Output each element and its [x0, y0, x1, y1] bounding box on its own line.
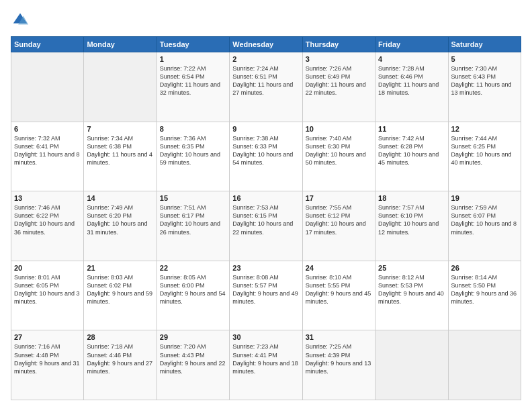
- day-info: Sunrise: 7:23 AMSunset: 4:41 PMDaylight:…: [232, 342, 299, 375]
- day-number: 18: [378, 194, 445, 202]
- calendar-week-row: 1Sunrise: 7:22 AMSunset: 6:54 PMDaylight…: [11, 52, 521, 122]
- calendar-cell: 18Sunrise: 7:57 AMSunset: 6:10 PMDayligh…: [375, 191, 448, 261]
- calendar-cell: [84, 52, 157, 122]
- calendar-cell: 5Sunrise: 7:30 AMSunset: 6:43 PMDaylight…: [448, 52, 521, 122]
- day-info: Sunrise: 7:20 AMSunset: 4:43 PMDaylight:…: [160, 342, 226, 375]
- calendar-cell: [375, 330, 448, 400]
- calendar-cell: 7Sunrise: 7:34 AMSunset: 6:38 PMDaylight…: [84, 122, 157, 191]
- calendar-cell: 15Sunrise: 7:51 AMSunset: 6:17 PMDayligh…: [157, 191, 229, 261]
- calendar: SundayMondayTuesdayWednesdayThursdayFrid…: [11, 36, 521, 400]
- day-number: 28: [87, 333, 153, 341]
- day-number: 2: [232, 55, 299, 63]
- day-number: 11: [378, 125, 445, 133]
- day-number: 7: [87, 125, 153, 133]
- day-info: Sunrise: 8:10 AMSunset: 5:55 PMDaylight:…: [306, 273, 372, 306]
- day-info: Sunrise: 7:22 AMSunset: 6:54 PMDaylight:…: [160, 64, 226, 97]
- calendar-header: SundayMondayTuesdayWednesdayThursdayFrid…: [11, 37, 521, 52]
- logo-icon: [11, 11, 30, 30]
- calendar-week-row: 13Sunrise: 7:46 AMSunset: 6:22 PMDayligh…: [11, 191, 521, 261]
- weekday-header: Tuesday: [157, 37, 229, 52]
- day-number: 20: [14, 264, 81, 272]
- day-number: 30: [232, 333, 299, 341]
- calendar-cell: 21Sunrise: 8:03 AMSunset: 6:02 PMDayligh…: [84, 261, 157, 330]
- day-info: Sunrise: 8:01 AMSunset: 6:05 PMDaylight:…: [14, 273, 81, 306]
- weekday-header: Wednesday: [230, 37, 302, 52]
- day-info: Sunrise: 7:44 AMSunset: 6:25 PMDaylight:…: [451, 134, 518, 167]
- calendar-cell: 10Sunrise: 7:40 AMSunset: 6:30 PMDayligh…: [302, 122, 375, 191]
- weekday-header: Saturday: [448, 37, 521, 52]
- header: [11, 11, 521, 30]
- calendar-cell: 4Sunrise: 7:28 AMSunset: 6:46 PMDaylight…: [375, 52, 448, 122]
- day-number: 24: [306, 264, 372, 272]
- calendar-cell: 20Sunrise: 8:01 AMSunset: 6:05 PMDayligh…: [11, 261, 84, 330]
- day-info: Sunrise: 7:18 AMSunset: 4:46 PMDaylight:…: [87, 342, 153, 375]
- day-info: Sunrise: 7:59 AMSunset: 6:07 PMDaylight:…: [451, 203, 518, 236]
- calendar-cell: 27Sunrise: 7:16 AMSunset: 4:48 PMDayligh…: [11, 330, 84, 400]
- day-number: 5: [451, 55, 518, 63]
- day-info: Sunrise: 7:32 AMSunset: 6:41 PMDaylight:…: [14, 134, 81, 167]
- weekday-header: Sunday: [11, 37, 84, 52]
- calendar-cell: 22Sunrise: 8:05 AMSunset: 6:00 PMDayligh…: [157, 261, 229, 330]
- day-number: 16: [232, 194, 299, 202]
- day-number: 15: [160, 194, 226, 202]
- calendar-cell: 6Sunrise: 7:32 AMSunset: 6:41 PMDaylight…: [11, 122, 84, 191]
- calendar-cell: 23Sunrise: 8:08 AMSunset: 5:57 PMDayligh…: [230, 261, 302, 330]
- calendar-cell: 25Sunrise: 8:12 AMSunset: 5:53 PMDayligh…: [375, 261, 448, 330]
- day-info: Sunrise: 8:05 AMSunset: 6:00 PMDaylight:…: [160, 273, 226, 306]
- calendar-week-row: 20Sunrise: 8:01 AMSunset: 6:05 PMDayligh…: [11, 261, 521, 330]
- day-number: 9: [232, 125, 299, 133]
- calendar-cell: 8Sunrise: 7:36 AMSunset: 6:35 PMDaylight…: [157, 122, 229, 191]
- day-info: Sunrise: 7:51 AMSunset: 6:17 PMDaylight:…: [160, 203, 226, 236]
- calendar-cell: 29Sunrise: 7:20 AMSunset: 4:43 PMDayligh…: [157, 330, 229, 400]
- day-number: 6: [14, 125, 81, 133]
- day-number: 13: [14, 194, 81, 202]
- day-info: Sunrise: 8:12 AMSunset: 5:53 PMDaylight:…: [378, 273, 445, 306]
- day-number: 8: [160, 125, 226, 133]
- calendar-cell: 11Sunrise: 7:42 AMSunset: 6:28 PMDayligh…: [375, 122, 448, 191]
- day-info: Sunrise: 8:14 AMSunset: 5:50 PMDaylight:…: [451, 273, 518, 306]
- day-info: Sunrise: 7:57 AMSunset: 6:10 PMDaylight:…: [378, 203, 445, 236]
- day-info: Sunrise: 7:49 AMSunset: 6:20 PMDaylight:…: [87, 203, 153, 236]
- calendar-cell: 24Sunrise: 8:10 AMSunset: 5:55 PMDayligh…: [302, 261, 375, 330]
- day-info: Sunrise: 7:28 AMSunset: 6:46 PMDaylight:…: [378, 64, 445, 97]
- calendar-cell: 17Sunrise: 7:55 AMSunset: 6:12 PMDayligh…: [302, 191, 375, 261]
- day-info: Sunrise: 7:24 AMSunset: 6:51 PMDaylight:…: [232, 64, 299, 97]
- day-number: 12: [451, 125, 518, 133]
- day-number: 1: [160, 55, 226, 63]
- day-number: 23: [232, 264, 299, 272]
- calendar-cell: 30Sunrise: 7:23 AMSunset: 4:41 PMDayligh…: [230, 330, 302, 400]
- calendar-week-row: 6Sunrise: 7:32 AMSunset: 6:41 PMDaylight…: [11, 122, 521, 191]
- calendar-cell: [448, 330, 521, 400]
- calendar-cell: 2Sunrise: 7:24 AMSunset: 6:51 PMDaylight…: [230, 52, 302, 122]
- page: SundayMondayTuesdayWednesdayThursdayFrid…: [0, 0, 532, 411]
- day-info: Sunrise: 7:25 AMSunset: 4:39 PMDaylight:…: [306, 342, 372, 375]
- day-info: Sunrise: 7:46 AMSunset: 6:22 PMDaylight:…: [14, 203, 81, 236]
- day-number: 26: [451, 264, 518, 272]
- calendar-cell: 9Sunrise: 7:38 AMSunset: 6:33 PMDaylight…: [230, 122, 302, 191]
- day-number: 27: [14, 333, 81, 341]
- logo: [11, 11, 32, 30]
- calendar-cell: 13Sunrise: 7:46 AMSunset: 6:22 PMDayligh…: [11, 191, 84, 261]
- calendar-cell: 14Sunrise: 7:49 AMSunset: 6:20 PMDayligh…: [84, 191, 157, 261]
- day-info: Sunrise: 7:16 AMSunset: 4:48 PMDaylight:…: [14, 342, 81, 375]
- day-number: 25: [378, 264, 445, 272]
- day-info: Sunrise: 8:03 AMSunset: 6:02 PMDaylight:…: [87, 273, 153, 306]
- day-info: Sunrise: 7:30 AMSunset: 6:43 PMDaylight:…: [451, 64, 518, 97]
- calendar-cell: 12Sunrise: 7:44 AMSunset: 6:25 PMDayligh…: [448, 122, 521, 191]
- calendar-cell: 19Sunrise: 7:59 AMSunset: 6:07 PMDayligh…: [448, 191, 521, 261]
- calendar-week-row: 27Sunrise: 7:16 AMSunset: 4:48 PMDayligh…: [11, 330, 521, 400]
- day-number: 21: [87, 264, 153, 272]
- calendar-body: 1Sunrise: 7:22 AMSunset: 6:54 PMDaylight…: [11, 52, 521, 400]
- weekday-header: Monday: [84, 37, 157, 52]
- calendar-header-row: SundayMondayTuesdayWednesdayThursdayFrid…: [11, 37, 521, 52]
- day-number: 10: [306, 125, 372, 133]
- day-number: 29: [160, 333, 226, 341]
- calendar-cell: 1Sunrise: 7:22 AMSunset: 6:54 PMDaylight…: [157, 52, 229, 122]
- calendar-cell: 28Sunrise: 7:18 AMSunset: 4:46 PMDayligh…: [84, 330, 157, 400]
- day-number: 19: [451, 194, 518, 202]
- day-info: Sunrise: 7:42 AMSunset: 6:28 PMDaylight:…: [378, 134, 445, 167]
- day-number: 17: [306, 194, 372, 202]
- calendar-cell: 3Sunrise: 7:26 AMSunset: 6:49 PMDaylight…: [302, 52, 375, 122]
- day-info: Sunrise: 7:34 AMSunset: 6:38 PMDaylight:…: [87, 134, 153, 167]
- weekday-header: Thursday: [302, 37, 375, 52]
